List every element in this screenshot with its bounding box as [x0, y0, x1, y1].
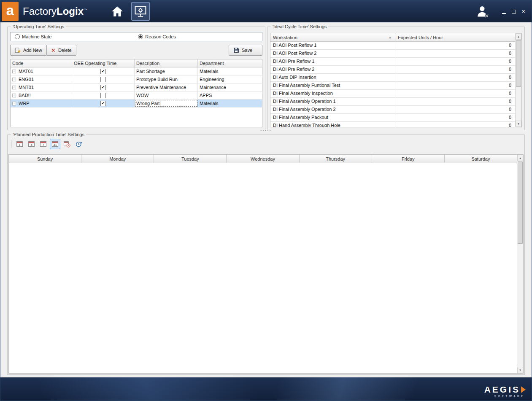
column-header-expected-units[interactable]: Expected Units / Hour	[395, 33, 515, 41]
oee-operating-time-cell[interactable]: ✔	[72, 83, 135, 91]
oee-checkbox[interactable]	[100, 77, 106, 82]
row-expand-icon[interactable]: +	[12, 94, 16, 97]
workstation-cell[interactable]: DI AOI Post Reflow 2	[270, 50, 395, 57]
reason-code-row-mnt01[interactable]: +MNT01✔Preventive MaintenanceMaintenance	[11, 83, 262, 92]
column-header-code[interactable]: Code	[11, 59, 72, 67]
description-cell[interactable]: Wrong Part	[135, 100, 198, 107]
scroll-track[interactable]	[516, 40, 521, 121]
workstation-row[interactable]: DI Hand Assembly Through Hole0	[270, 122, 515, 127]
code-cell[interactable]: +MNT01	[11, 83, 72, 91]
workstation-row[interactable]: DI Final Assembly Operation 10	[270, 98, 515, 106]
expected-units-cell[interactable]: 0	[395, 106, 515, 113]
home-button[interactable]	[108, 3, 126, 20]
workstation-cell[interactable]: DI AOI Pre Reflow 2	[270, 66, 395, 73]
code-cell[interactable]: +WRP	[11, 100, 72, 107]
description-cell[interactable]: Preventive Maintenance	[135, 83, 198, 91]
expected-units-cell[interactable]: 0	[395, 42, 515, 49]
timeline-view-button[interactable]	[62, 139, 72, 149]
maximize-button[interactable]	[509, 8, 518, 15]
save-button[interactable]: Save	[229, 45, 262, 56]
workstation-cell[interactable]: DI Final Assembly Packout	[270, 114, 395, 121]
add-new-button[interactable]: Add New	[10, 45, 47, 56]
description-cell[interactable]: Prototype Build Run	[135, 75, 198, 83]
reason-codes-radio[interactable]: Reason Codes	[138, 34, 176, 39]
equipment-settings-button[interactable]	[131, 2, 150, 21]
delete-button[interactable]: ✕ Delete	[46, 45, 76, 56]
reason-code-row-wrp[interactable]: +WRP✔Wrong PartMaterials	[11, 100, 262, 108]
workstation-row[interactable]: DI Final Assembly Operation 20	[270, 106, 515, 114]
expected-units-cell[interactable]: 0	[395, 82, 515, 89]
department-cell[interactable]: Materials	[198, 67, 262, 75]
expected-units-cell[interactable]: 0	[395, 98, 515, 105]
workstation-cell[interactable]: DI Final Assembly Operation 1	[270, 98, 395, 105]
workstation-row[interactable]: DI AOI Pre Reflow 10	[270, 58, 515, 66]
workstation-row[interactable]: DI Final Assembly Funtional Test0	[270, 82, 515, 90]
column-header-oee-operating-time[interactable]: OEE Operating Time	[72, 59, 135, 67]
workstation-cell[interactable]: DI Final Assembly Funtional Test	[270, 82, 395, 89]
expected-units-cell[interactable]: 0	[395, 66, 515, 73]
workstation-row[interactable]: DI AOI Post Reflow 20	[270, 50, 515, 58]
month-view-button[interactable]: 31	[50, 139, 60, 149]
department-cell[interactable]: APPS	[198, 92, 262, 99]
workstation-cell[interactable]: DI Hand Assembly Through Hole	[270, 122, 395, 127]
workstation-cell[interactable]: DI Final Assembly Operation 2	[270, 106, 395, 113]
work-week-view-button[interactable]: 5	[26, 139, 37, 149]
code-cell[interactable]: +ENG01	[11, 75, 72, 83]
row-expand-icon[interactable]: +	[12, 70, 16, 73]
machine-state-radio[interactable]: Machine State	[15, 34, 51, 39]
scroll-up-icon[interactable]: ▲	[516, 33, 521, 40]
day-view-button[interactable]: 1	[14, 139, 25, 149]
description-cell[interactable]: WOW	[135, 92, 198, 99]
oee-checkbox[interactable]: ✔	[100, 85, 106, 90]
code-cell[interactable]: +BAD!!	[11, 92, 72, 99]
scroll-thumb[interactable]	[518, 161, 523, 244]
workstation-row[interactable]: DI AOI Post Reflow 10	[270, 42, 515, 50]
workstation-row[interactable]: DI FInal Assembly Inspection0	[270, 90, 515, 98]
user-logout-button[interactable]	[475, 4, 491, 19]
recurrence-view-button[interactable]	[73, 139, 84, 149]
row-expand-icon[interactable]: +	[12, 78, 16, 81]
scroll-thumb[interactable]	[516, 40, 521, 87]
expected-units-cell[interactable]: 0	[395, 50, 515, 57]
workstation-cell[interactable]: DI AOI Pre Reflow 1	[270, 58, 395, 65]
oee-operating-time-cell[interactable]: ✔	[72, 67, 135, 75]
scroll-track[interactable]	[517, 161, 523, 367]
workstation-cell[interactable]: DI AOI Post Reflow 1	[270, 42, 395, 49]
department-cell[interactable]: Maintenance	[198, 83, 262, 91]
oee-checkbox[interactable]: ✔	[100, 69, 106, 74]
workstation-row[interactable]: DI AOI Pre Reflow 20	[270, 66, 515, 74]
oee-operating-time-cell[interactable]	[72, 75, 135, 83]
oee-checkbox[interactable]: ✔	[100, 101, 106, 106]
column-header-department[interactable]: Department	[198, 59, 262, 67]
ideal-table-scrollbar[interactable]: ▲ ▼	[515, 33, 521, 127]
column-header-workstation[interactable]: Workstation ▲	[270, 33, 395, 41]
expected-units-cell[interactable]: 0	[395, 74, 515, 81]
department-cell[interactable]: Engineering	[198, 75, 262, 83]
reason-code-row-mat01[interactable]: +MAT01✔Part ShortageMaterials	[11, 67, 262, 75]
workstation-row[interactable]: DI Auto DIP Insertion0	[270, 74, 515, 82]
scroll-down-icon[interactable]: ▼	[516, 121, 521, 127]
workstation-cell[interactable]: DI Auto DIP Insertion	[270, 74, 395, 81]
reason-code-row-eng01[interactable]: +ENG01Prototype Build RunEngineering	[11, 75, 262, 83]
scroll-down-icon[interactable]: ▼	[517, 367, 523, 373]
scroll-up-icon[interactable]: ▲	[517, 155, 523, 161]
row-expand-icon[interactable]: +	[12, 102, 16, 105]
oee-checkbox[interactable]	[100, 93, 106, 98]
column-header-description[interactable]: Description	[135, 59, 198, 67]
expected-units-cell[interactable]: 0	[395, 114, 515, 121]
description-cell[interactable]: Part Shortage	[135, 67, 198, 75]
week-view-button[interactable]: 7	[38, 139, 49, 149]
workstation-cell[interactable]: DI FInal Assembly Inspection	[270, 90, 395, 97]
minimize-button[interactable]	[499, 8, 509, 15]
workstation-row[interactable]: DI Final Assembly Packout0	[270, 114, 515, 122]
oee-operating-time-cell[interactable]: ✔	[72, 100, 135, 107]
expected-units-cell[interactable]: 0	[395, 90, 515, 97]
close-button[interactable]: ✕	[518, 8, 528, 15]
row-expand-icon[interactable]: +	[12, 86, 16, 89]
expected-units-cell[interactable]: 0	[395, 58, 515, 65]
calendar-scrollbar[interactable]: ▲ ▼	[517, 155, 523, 373]
department-cell[interactable]: Materials	[198, 100, 262, 107]
code-cell[interactable]: +MAT01	[11, 67, 72, 75]
oee-operating-time-cell[interactable]	[72, 92, 135, 99]
expected-units-cell[interactable]: 0	[395, 122, 515, 127]
